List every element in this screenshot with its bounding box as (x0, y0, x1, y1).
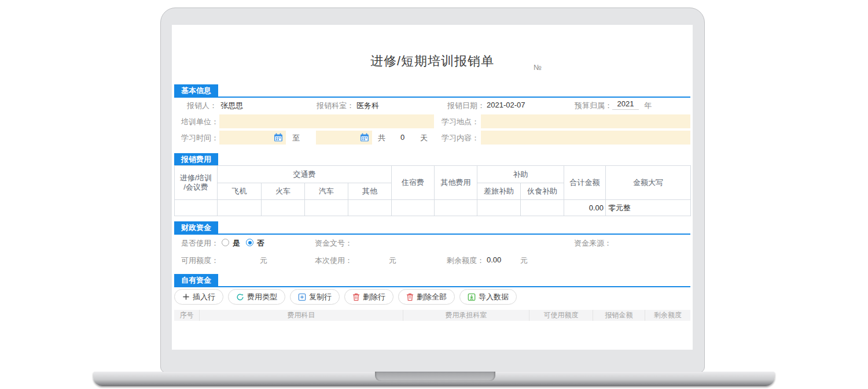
days-total-label: 共 (378, 133, 385, 143)
available-quota-unit: 元 (260, 255, 267, 266)
delete-row-button[interactable]: 删除行 (344, 289, 393, 305)
training-unit-label: 培训单位： (177, 117, 219, 127)
radio-no[interactable] (246, 239, 253, 246)
current-use-label: 本次使用： (311, 255, 352, 266)
own-funds-table-header: 序号 费用科目 费用承担科室 可使用额度 报销金额 剩余额度 (174, 310, 690, 321)
study-content-input[interactable] (481, 131, 690, 145)
copy-row-button[interactable]: 复制行 (290, 289, 340, 305)
own-funds-toolbar: 插入行 费用类型 复制行 删除行 删除全部 导入数据 (174, 289, 517, 305)
basic-info-row-3: 学习时间： 至 共 0 天 学习内容： (174, 131, 690, 145)
app-screen: 进修/短期培训报销单 № 基本信息 报销人： 张思思 报销科室： 医务科 报销日… (172, 25, 693, 350)
radio-yes[interactable] (222, 239, 229, 246)
radio-no-label[interactable]: 否 (257, 238, 264, 249)
expense-type-icon (236, 293, 244, 301)
calendar-icon[interactable] (359, 132, 370, 143)
department-value: 医务科 (356, 101, 379, 111)
fund-source-label: 资金来源： (570, 238, 612, 249)
current-use-unit: 元 (389, 255, 396, 266)
col-header-training-fee: 进修/培训 /会议费 (175, 166, 218, 200)
days-unit-label: 天 (420, 133, 428, 143)
fiscal-use-label: 是否使用： (177, 238, 219, 249)
study-time-to-input[interactable] (316, 131, 372, 145)
expense-table: 进修/培训 /会议费 交通费 住宿费 其他费用 补助 合计金额 金额大写 飞机 … (174, 165, 691, 216)
section-tab-own-funds: 自有资金 (174, 274, 218, 286)
basic-info-row-2: 培训单位： 学习地点： (174, 114, 690, 128)
cell-meal-subsidy[interactable] (521, 200, 564, 216)
col-header-subsidy: 补助 (477, 166, 564, 183)
days-value: 0 (400, 133, 404, 142)
radio-yes-label[interactable]: 是 (233, 238, 240, 249)
section-expenses: 报销费用 (174, 153, 690, 166)
section-tab-basic-info: 基本信息 (174, 84, 218, 97)
budget-year-label: 预算归属： (571, 101, 612, 111)
applicant-value: 张思思 (220, 101, 243, 111)
available-quota-label: 可用额度： (177, 255, 219, 266)
cell-transport-other[interactable] (348, 200, 392, 216)
form-number-label: № (534, 63, 542, 72)
cell-total-amount: 0.00 (564, 200, 606, 216)
section-fiscal-funds: 财政资金 (174, 221, 690, 235)
cell-other-fee[interactable] (435, 200, 477, 216)
budget-year-unit: 年 (644, 101, 652, 111)
fund-doc-no-label: 资金文号： (311, 238, 352, 249)
date-range-to-label: 至 (292, 133, 300, 143)
study-time-from-input[interactable] (219, 131, 286, 145)
delete-all-button[interactable]: 删除全部 (398, 289, 455, 305)
insert-row-button[interactable]: 插入行 (174, 289, 223, 305)
cell-car[interactable] (305, 200, 348, 216)
delete-all-label: 删除全部 (417, 292, 447, 302)
col-header-remaining-amt: 剩余额度 (645, 310, 690, 321)
remaining-quota-unit: 元 (520, 255, 528, 266)
section-basic-info: 基本信息 (174, 84, 690, 98)
delete-row-icon (352, 293, 360, 301)
col-header-plane: 飞机 (218, 183, 262, 200)
cell-training-fee[interactable] (175, 200, 218, 216)
import-data-button[interactable]: 导入数据 (459, 289, 517, 305)
col-header-bearing-dept: 费用承担科室 (403, 310, 529, 321)
page-title: 进修/短期培训报销单 (172, 53, 693, 70)
remaining-quota-label: 剩余额度： (443, 255, 484, 266)
calendar-icon[interactable] (273, 132, 284, 143)
applicant-label: 报销人： (174, 101, 217, 111)
cell-plane[interactable] (218, 200, 262, 216)
col-header-total: 合计金额 (564, 166, 606, 200)
training-unit-input[interactable] (219, 114, 434, 128)
expense-type-label: 费用类型 (247, 292, 277, 302)
col-header-seq: 序号 (174, 310, 200, 321)
col-header-train: 火车 (262, 183, 305, 200)
cell-amount-in-words: 零元整 (606, 200, 691, 216)
section-tab-fiscal-funds: 财政资金 (174, 221, 218, 234)
fiscal-row-2: 可用额度： 元 本次使用： 元 剩余额度： 0.00 元 (174, 253, 690, 267)
col-header-usable-quota: 可使用额度 (529, 310, 593, 321)
expense-type-button[interactable]: 费用类型 (228, 289, 285, 305)
col-header-lodging: 住宿费 (392, 166, 435, 200)
cell-travel-subsidy[interactable] (477, 200, 521, 216)
date-value: 2021-02-07 (487, 101, 525, 109)
cell-train[interactable] (262, 200, 305, 216)
budget-year-input[interactable]: 2021 (612, 99, 639, 110)
col-header-meal-subsidy: 伙食补助 (521, 183, 564, 200)
col-header-transport-other: 其他 (348, 183, 392, 200)
col-header-amount-words: 金额大写 (606, 166, 691, 200)
insert-row-label: 插入行 (193, 292, 215, 302)
delete-row-label: 删除行 (363, 292, 385, 302)
study-time-label: 学习时间： (177, 133, 219, 143)
date-label: 报销日期： (443, 101, 485, 111)
plus-icon (182, 293, 190, 301)
col-header-travel-subsidy: 差旅补助 (477, 183, 521, 200)
delete-all-icon (406, 293, 414, 301)
study-place-input[interactable] (481, 114, 690, 128)
col-header-other-fee: 其他费用 (435, 166, 477, 200)
copy-row-icon (298, 293, 306, 301)
import-data-label: 导入数据 (479, 292, 509, 302)
import-data-icon (468, 293, 476, 301)
cell-lodging[interactable] (392, 200, 435, 216)
basic-info-row-1: 报销人： 张思思 报销科室： 医务科 报销日期： 2021-02-07 预算归属… (174, 98, 690, 112)
department-label: 报销科室： (312, 101, 354, 111)
col-header-car: 汽车 (305, 183, 348, 200)
fiscal-row-1: 是否使用： 是 否 资金文号： 资金来源： (174, 236, 690, 250)
expense-data-row: 0.00 零元整 (175, 200, 691, 216)
col-header-reimburse-amt: 报销金额 (593, 310, 645, 321)
section-tab-expenses: 报销费用 (174, 153, 218, 165)
copy-row-label: 复制行 (309, 292, 332, 302)
